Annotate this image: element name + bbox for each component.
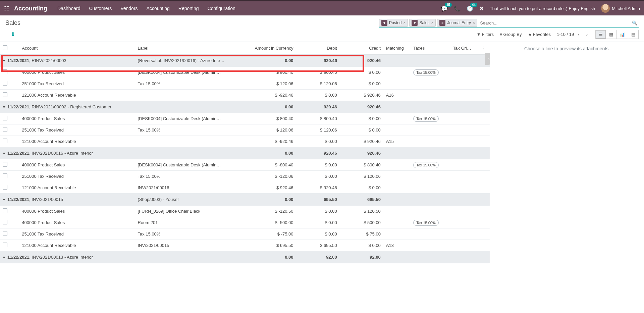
nav-configuration[interactable]: Configuration [208,6,235,11]
search-icon[interactable]: 🔍 [631,20,639,25]
row-checkbox[interactable] [3,162,7,167]
cell-label [135,136,244,147]
col-matching[interactable]: Matching [383,42,411,55]
row-checkbox[interactable] [3,231,7,236]
col-account[interactable]: Account [19,42,135,55]
view-list-icon[interactable]: ☰ [595,30,606,39]
favorites-button[interactable]: ★Favorites [528,32,551,37]
tools-icon[interactable]: ✖ [479,5,484,12]
view-switcher: ☰ ▦ 📊 ▤ [596,30,639,39]
col-taxgrid[interactable]: Tax Gri… [450,42,478,55]
search-chip-journal-entry[interactable]: ≡Journal Entry× [437,19,477,27]
group-row[interactable]: 11/22/2021, INV/2021/00015(Shop/0003) - … [0,194,490,206]
row-checkbox[interactable] [3,116,7,120]
nav-vendors[interactable]: Vendors [120,6,138,11]
pager-prev-icon[interactable]: ‹ [575,31,582,38]
cell-account: 251000 Tax Received [19,124,135,136]
col-amount[interactable]: Amount in Currency [244,42,296,55]
nav-customers[interactable]: Customers [89,6,112,11]
search-box[interactable]: ▼Posted× ▼Sales× ≡Journal Entry× 🔍 [379,18,639,28]
apps-icon[interactable]: ☷ [4,5,9,12]
cell-tax: Tax 15.00% [411,113,450,124]
filters-button[interactable]: ▼Filters [477,32,494,37]
nav-accounting[interactable]: Accounting [147,6,170,11]
row-checkbox[interactable] [3,185,7,190]
announcement-text: That will teach you to put a record rule… [490,6,595,11]
chip-remove-icon[interactable]: × [403,20,406,25]
brand-title[interactable]: Accounting [14,5,47,12]
col-taxes[interactable]: Taxes [411,42,450,55]
row-checkbox[interactable] [3,220,7,224]
main-navbar: ☷ Accounting Dashboard Customers Vendors… [0,0,644,15]
table-row[interactable]: 121000 Account Receivable$ -920.46$ 0.00… [0,136,490,147]
table-row[interactable]: 400000 Product SalesRoom 201$ -500.00$ 0… [0,217,490,228]
cell-account: 121000 Account Receivable [19,182,135,194]
cell-matching [383,206,411,217]
row-checkbox[interactable] [3,243,7,247]
groupby-button[interactable]: ≡Group By [500,32,522,37]
discuss-badge: 15 [445,3,452,7]
side-panel-toggle-icon[interactable]: ›› [485,53,490,65]
row-checkbox[interactable] [3,92,7,97]
chip-remove-icon[interactable]: × [473,20,475,25]
search-input[interactable] [479,20,631,26]
view-kanban-icon[interactable]: ▤ [628,30,639,39]
row-checkbox[interactable] [3,208,7,213]
cell-debit: $ 0.00 [296,228,339,240]
col-debit[interactable]: Debit [296,42,339,55]
avatar-icon [601,4,610,13]
row-checkbox[interactable] [3,173,7,178]
select-all-checkbox[interactable] [3,45,7,50]
table-wrap: Account Label Amount in Currency Debit C… [0,42,490,308]
row-checkbox[interactable] [3,69,7,74]
cell-tax [411,90,450,101]
cell-label: [DESK0004] Customizable Desk (Alumin… [135,159,244,171]
search-chip-posted[interactable]: ▼Posted× [379,19,408,27]
table-row[interactable]: 251000 Tax ReceivedTax 15.00%$ 120.06$ 1… [0,124,490,136]
row-checkbox[interactable] [3,81,7,86]
cell-label [135,90,244,101]
col-label[interactable]: Label [135,42,244,55]
group-row[interactable]: 11/22/2021, INV/2021/00016 - Azure Inter… [0,147,490,159]
cell-label: Tax 15.00% [135,78,244,90]
cell-label: Tax 15.00% [135,124,244,136]
cell-matching: A16 [383,90,411,101]
chip-remove-icon[interactable]: × [431,20,433,25]
user-menu[interactable]: Mitchell Admin [601,4,640,13]
cell-matching [383,78,411,90]
phone-icon[interactable]: 📞 [454,5,461,12]
cell-amount: $ -500.00 [244,217,296,228]
cell-amount: $ -75.00 [244,228,296,240]
cell-tax: Tax 15.00% [411,67,450,78]
group-row[interactable]: 11/22/2021, INV/2021/00013 - Azure Inter… [0,251,490,263]
nav-dashboard[interactable]: Dashboard [57,6,80,11]
view-grid-icon[interactable]: ▦ [606,30,616,39]
table-row[interactable]: 400000 Product Sales[FURN_0269] Office C… [0,206,490,217]
row-checkbox[interactable] [3,127,7,132]
table-row[interactable]: 400000 Product Sales[DESK0004] Customiza… [0,159,490,171]
table-row[interactable]: 251000 Tax ReceivedTax 15.00%$ -120.06$ … [0,171,490,182]
cell-amount: $ 800.40 [244,67,296,78]
pager-next-icon[interactable]: › [584,31,590,38]
cell-credit: $ 75.00 [340,228,383,240]
table-header-row: Account Label Amount in Currency Debit C… [0,42,490,55]
table-row[interactable]: 121000 Account ReceivableINV/2021/00015$… [0,240,490,251]
discuss-icon[interactable]: 💬15 [441,5,448,12]
nav-reporting[interactable]: Reporting [178,6,199,11]
cell-amount: $ -920.46 [244,136,296,147]
row-checkbox[interactable] [3,139,7,143]
table-row[interactable]: 251000 Tax ReceivedTax 15.00%$ 120.06$ 1… [0,78,490,90]
activities-icon[interactable]: 🕐44 [467,5,473,12]
table-row[interactable]: 251000 Tax ReceivedTax 15.00%$ -75.00$ 0… [0,228,490,240]
table-row[interactable]: 121000 Account ReceivableINV/2021/00016$… [0,182,490,194]
table-row[interactable]: 400000 Product Sales[DESK0004] Customiza… [0,67,490,78]
pager-text[interactable]: 1-10 / 19 [557,32,574,37]
view-graph-icon[interactable]: 📊 [616,30,628,39]
search-chip-sales[interactable]: ▼Sales× [409,19,436,27]
group-row[interactable]: 11/22/2021, RINV/2021/00003(Reversal of:… [0,55,490,67]
col-credit[interactable]: Credit [340,42,383,55]
export-icon[interactable]: ⬇ [11,31,15,38]
table-row[interactable]: 121000 Account Receivable$ -920.46$ 0.00… [0,90,490,101]
group-row[interactable]: 11/22/2021, RINV/2021/00002 - Registered… [0,101,490,113]
table-row[interactable]: 400000 Product Sales[DESK0004] Customiza… [0,113,490,124]
